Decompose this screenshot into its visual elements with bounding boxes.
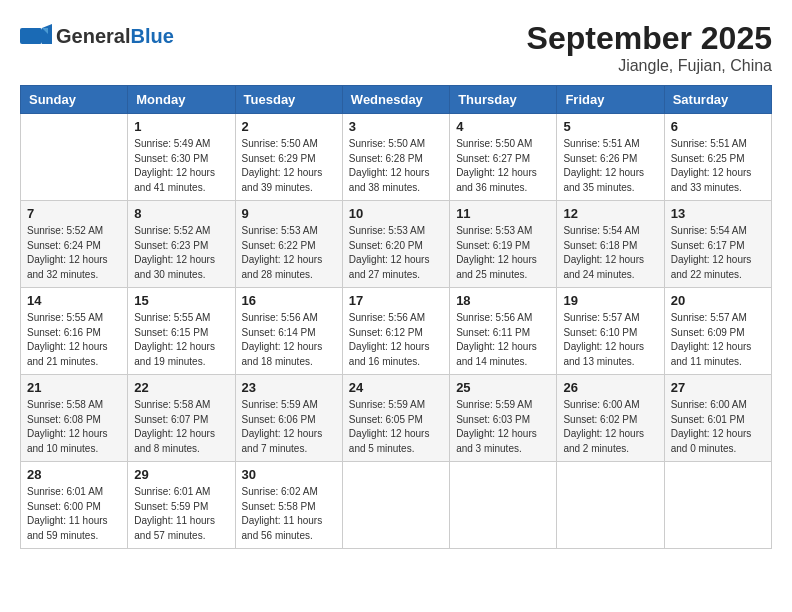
- page-header: GeneralBlue September 2025 Jiangle, Fuji…: [20, 20, 772, 75]
- day-info: Sunrise: 5:53 AM Sunset: 6:19 PM Dayligh…: [456, 224, 550, 282]
- calendar-cell: 13Sunrise: 5:54 AM Sunset: 6:17 PM Dayli…: [664, 201, 771, 288]
- calendar-cell: 15Sunrise: 5:55 AM Sunset: 6:15 PM Dayli…: [128, 288, 235, 375]
- logo: GeneralBlue: [20, 20, 174, 52]
- day-info: Sunrise: 6:01 AM Sunset: 6:00 PM Dayligh…: [27, 485, 121, 543]
- calendar-cell: 26Sunrise: 6:00 AM Sunset: 6:02 PM Dayli…: [557, 375, 664, 462]
- day-info: Sunrise: 5:56 AM Sunset: 6:14 PM Dayligh…: [242, 311, 336, 369]
- day-header-monday: Monday: [128, 86, 235, 114]
- calendar-cell: 27Sunrise: 6:00 AM Sunset: 6:01 PM Dayli…: [664, 375, 771, 462]
- calendar-cell: 24Sunrise: 5:59 AM Sunset: 6:05 PM Dayli…: [342, 375, 449, 462]
- calendar-cell: 2Sunrise: 5:50 AM Sunset: 6:29 PM Daylig…: [235, 114, 342, 201]
- calendar-cell: 5Sunrise: 5:51 AM Sunset: 6:26 PM Daylig…: [557, 114, 664, 201]
- day-info: Sunrise: 5:54 AM Sunset: 6:18 PM Dayligh…: [563, 224, 657, 282]
- day-info: Sunrise: 6:01 AM Sunset: 5:59 PM Dayligh…: [134, 485, 228, 543]
- day-info: Sunrise: 5:59 AM Sunset: 6:03 PM Dayligh…: [456, 398, 550, 456]
- calendar-cell: 12Sunrise: 5:54 AM Sunset: 6:18 PM Dayli…: [557, 201, 664, 288]
- day-number: 3: [349, 119, 443, 134]
- calendar-cell: 8Sunrise: 5:52 AM Sunset: 6:23 PM Daylig…: [128, 201, 235, 288]
- day-info: Sunrise: 5:52 AM Sunset: 6:23 PM Dayligh…: [134, 224, 228, 282]
- calendar-cell: [664, 462, 771, 549]
- day-number: 11: [456, 206, 550, 221]
- calendar-cell: [557, 462, 664, 549]
- calendar-cell: [21, 114, 128, 201]
- calendar-header-row: SundayMondayTuesdayWednesdayThursdayFrid…: [21, 86, 772, 114]
- calendar-cell: 9Sunrise: 5:53 AM Sunset: 6:22 PM Daylig…: [235, 201, 342, 288]
- svg-rect-0: [20, 28, 42, 44]
- day-number: 19: [563, 293, 657, 308]
- day-number: 22: [134, 380, 228, 395]
- calendar-cell: 4Sunrise: 5:50 AM Sunset: 6:27 PM Daylig…: [450, 114, 557, 201]
- day-header-saturday: Saturday: [664, 86, 771, 114]
- calendar-cell: 29Sunrise: 6:01 AM Sunset: 5:59 PM Dayli…: [128, 462, 235, 549]
- day-info: Sunrise: 5:59 AM Sunset: 6:06 PM Dayligh…: [242, 398, 336, 456]
- calendar-cell: 3Sunrise: 5:50 AM Sunset: 6:28 PM Daylig…: [342, 114, 449, 201]
- day-info: Sunrise: 5:59 AM Sunset: 6:05 PM Dayligh…: [349, 398, 443, 456]
- day-number: 24: [349, 380, 443, 395]
- day-info: Sunrise: 5:50 AM Sunset: 6:29 PM Dayligh…: [242, 137, 336, 195]
- logo-icon: [20, 20, 52, 52]
- day-number: 8: [134, 206, 228, 221]
- day-info: Sunrise: 5:57 AM Sunset: 6:09 PM Dayligh…: [671, 311, 765, 369]
- day-number: 17: [349, 293, 443, 308]
- calendar-cell: [450, 462, 557, 549]
- day-info: Sunrise: 6:02 AM Sunset: 5:58 PM Dayligh…: [242, 485, 336, 543]
- calendar-cell: 19Sunrise: 5:57 AM Sunset: 6:10 PM Dayli…: [557, 288, 664, 375]
- day-number: 5: [563, 119, 657, 134]
- calendar-cell: 16Sunrise: 5:56 AM Sunset: 6:14 PM Dayli…: [235, 288, 342, 375]
- day-info: Sunrise: 5:55 AM Sunset: 6:16 PM Dayligh…: [27, 311, 121, 369]
- day-number: 29: [134, 467, 228, 482]
- day-number: 9: [242, 206, 336, 221]
- day-info: Sunrise: 5:51 AM Sunset: 6:25 PM Dayligh…: [671, 137, 765, 195]
- calendar-week-4: 21Sunrise: 5:58 AM Sunset: 6:08 PM Dayli…: [21, 375, 772, 462]
- day-number: 10: [349, 206, 443, 221]
- day-number: 25: [456, 380, 550, 395]
- day-info: Sunrise: 6:00 AM Sunset: 6:01 PM Dayligh…: [671, 398, 765, 456]
- day-number: 6: [671, 119, 765, 134]
- day-info: Sunrise: 5:58 AM Sunset: 6:07 PM Dayligh…: [134, 398, 228, 456]
- page-title: September 2025: [527, 20, 772, 57]
- day-info: Sunrise: 5:55 AM Sunset: 6:15 PM Dayligh…: [134, 311, 228, 369]
- day-number: 7: [27, 206, 121, 221]
- day-info: Sunrise: 5:49 AM Sunset: 6:30 PM Dayligh…: [134, 137, 228, 195]
- calendar-cell: 1Sunrise: 5:49 AM Sunset: 6:30 PM Daylig…: [128, 114, 235, 201]
- calendar-cell: 10Sunrise: 5:53 AM Sunset: 6:20 PM Dayli…: [342, 201, 449, 288]
- day-number: 26: [563, 380, 657, 395]
- calendar-cell: 14Sunrise: 5:55 AM Sunset: 6:16 PM Dayli…: [21, 288, 128, 375]
- calendar-week-3: 14Sunrise: 5:55 AM Sunset: 6:16 PM Dayli…: [21, 288, 772, 375]
- day-number: 30: [242, 467, 336, 482]
- calendar-cell: 30Sunrise: 6:02 AM Sunset: 5:58 PM Dayli…: [235, 462, 342, 549]
- day-number: 28: [27, 467, 121, 482]
- day-info: Sunrise: 5:50 AM Sunset: 6:27 PM Dayligh…: [456, 137, 550, 195]
- day-number: 13: [671, 206, 765, 221]
- calendar-cell: 22Sunrise: 5:58 AM Sunset: 6:07 PM Dayli…: [128, 375, 235, 462]
- calendar-cell: 17Sunrise: 5:56 AM Sunset: 6:12 PM Dayli…: [342, 288, 449, 375]
- day-info: Sunrise: 5:51 AM Sunset: 6:26 PM Dayligh…: [563, 137, 657, 195]
- day-number: 27: [671, 380, 765, 395]
- day-number: 14: [27, 293, 121, 308]
- calendar-cell: 6Sunrise: 5:51 AM Sunset: 6:25 PM Daylig…: [664, 114, 771, 201]
- day-header-sunday: Sunday: [21, 86, 128, 114]
- day-header-thursday: Thursday: [450, 86, 557, 114]
- day-info: Sunrise: 5:56 AM Sunset: 6:12 PM Dayligh…: [349, 311, 443, 369]
- day-info: Sunrise: 5:52 AM Sunset: 6:24 PM Dayligh…: [27, 224, 121, 282]
- calendar-cell: 28Sunrise: 6:01 AM Sunset: 6:00 PM Dayli…: [21, 462, 128, 549]
- calendar-cell: 7Sunrise: 5:52 AM Sunset: 6:24 PM Daylig…: [21, 201, 128, 288]
- day-header-wednesday: Wednesday: [342, 86, 449, 114]
- day-info: Sunrise: 5:53 AM Sunset: 6:22 PM Dayligh…: [242, 224, 336, 282]
- day-number: 12: [563, 206, 657, 221]
- calendar-cell: 23Sunrise: 5:59 AM Sunset: 6:06 PM Dayli…: [235, 375, 342, 462]
- logo-general-text: General: [56, 25, 130, 47]
- calendar-table: SundayMondayTuesdayWednesdayThursdayFrid…: [20, 85, 772, 549]
- day-info: Sunrise: 5:57 AM Sunset: 6:10 PM Dayligh…: [563, 311, 657, 369]
- calendar-cell: 25Sunrise: 5:59 AM Sunset: 6:03 PM Dayli…: [450, 375, 557, 462]
- day-number: 15: [134, 293, 228, 308]
- day-info: Sunrise: 5:58 AM Sunset: 6:08 PM Dayligh…: [27, 398, 121, 456]
- day-info: Sunrise: 5:54 AM Sunset: 6:17 PM Dayligh…: [671, 224, 765, 282]
- calendar-cell: 11Sunrise: 5:53 AM Sunset: 6:19 PM Dayli…: [450, 201, 557, 288]
- svg-marker-1: [42, 24, 52, 44]
- day-info: Sunrise: 5:53 AM Sunset: 6:20 PM Dayligh…: [349, 224, 443, 282]
- title-block: September 2025 Jiangle, Fujian, China: [527, 20, 772, 75]
- day-number: 16: [242, 293, 336, 308]
- day-header-tuesday: Tuesday: [235, 86, 342, 114]
- day-number: 2: [242, 119, 336, 134]
